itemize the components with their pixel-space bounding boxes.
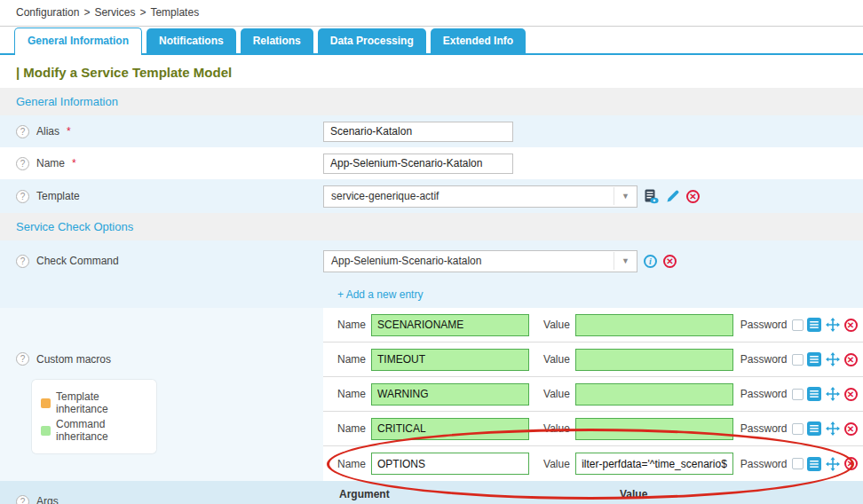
breadcrumb: Configuration>Services>Templates <box>0 0 863 27</box>
macro-name-input[interactable] <box>371 314 529 336</box>
template-inheritance-swatch <box>41 398 51 408</box>
section-general-information: General Information <box>0 88 863 115</box>
name-row: ? Name * <box>0 147 863 179</box>
password-checkbox[interactable] <box>792 389 804 400</box>
alias-input[interactable] <box>323 122 513 142</box>
macro-move-icon[interactable] <box>826 318 841 333</box>
help-icon[interactable]: ? <box>16 157 29 170</box>
legend-command-inheritance: Command inheritance <box>41 418 147 443</box>
args-label: Args <box>36 495 59 504</box>
macro-value-label: Value <box>543 353 570 366</box>
macro-row-timeout: Name Value Password ✕ <box>323 343 863 377</box>
macro-value-input[interactable] <box>575 418 733 440</box>
args-header-value: Value <box>620 488 647 500</box>
macro-password-label: Password <box>740 458 788 470</box>
required-asterisk: * <box>67 125 71 138</box>
help-icon[interactable]: ? <box>16 125 29 138</box>
add-new-entry-link[interactable]: + Add a new entry <box>337 288 423 301</box>
breadcrumb-item-services[interactable]: Services <box>94 6 135 19</box>
help-icon[interactable]: ? <box>16 495 29 504</box>
tab-extended-info[interactable]: Extended Info <box>431 28 526 53</box>
password-checkbox[interactable] <box>792 319 804 331</box>
macro-move-icon[interactable] <box>826 352 841 367</box>
macro-inheritance-legend: Template inheritance Command inheritance <box>32 380 156 453</box>
macro-move-icon[interactable] <box>826 456 841 471</box>
custom-macros-label: Custom macros <box>36 353 111 366</box>
macro-value-label: Value <box>543 422 570 435</box>
macro-password-label: Password <box>740 422 788 435</box>
macro-password-label: Password <box>740 319 788 331</box>
custom-macros-left: ? Custom macros Template inheritance Com… <box>0 308 323 481</box>
macro-move-icon[interactable] <box>826 387 841 402</box>
macro-value-input[interactable] <box>575 453 733 475</box>
macro-description-icon[interactable] <box>807 387 822 402</box>
breadcrumb-separator: > <box>139 6 146 19</box>
chevron-down-icon: ▼ <box>614 252 637 270</box>
page-title: | Modify a Service Template Model <box>0 55 863 88</box>
help-icon[interactable]: ? <box>16 255 29 268</box>
macro-name-label: Name <box>337 319 366 331</box>
macro-name-input[interactable] <box>371 349 529 371</box>
view-template-icon[interactable] <box>644 189 659 204</box>
tab-data-processing[interactable]: Data Processing <box>318 28 426 53</box>
help-icon[interactable]: ? <box>16 352 29 366</box>
legend-label: Template inheritance <box>56 390 147 415</box>
macro-name-input[interactable] <box>371 453 529 475</box>
legend-label: Command inheritance <box>56 418 147 443</box>
macro-delete-icon[interactable]: ✕ <box>844 457 858 470</box>
macro-row-critical: Name Value Password ✕ <box>323 412 863 446</box>
template-row: ? Template service-generique-actif ▼ ✕ <box>0 179 863 213</box>
template-label: Template <box>36 190 80 202</box>
clear-command-icon[interactable]: ✕ <box>663 255 677 268</box>
macro-name-label: Name <box>337 388 366 400</box>
macro-description-icon[interactable] <box>807 456 822 471</box>
macro-name-label: Name <box>337 422 366 435</box>
tab-relations[interactable]: Relations <box>241 28 313 53</box>
clear-template-icon[interactable]: ✕ <box>686 190 700 203</box>
chevron-down-icon: ▼ <box>614 187 637 205</box>
password-checkbox[interactable] <box>792 458 804 469</box>
macro-delete-icon[interactable]: ✕ <box>844 353 858 366</box>
macro-name-input[interactable] <box>371 418 529 440</box>
check-command-row: ? Check Command App-Selenium-Scenario-ka… <box>0 240 863 281</box>
required-asterisk: * <box>72 157 76 169</box>
breadcrumb-item-templates[interactable]: Templates <box>150 6 199 19</box>
macro-value-input[interactable] <box>575 383 733 406</box>
breadcrumb-item-configuration[interactable]: Configuration <box>16 6 79 19</box>
template-select[interactable]: service-generique-actif ▼ <box>323 185 637 208</box>
macro-description-icon[interactable] <box>807 421 822 437</box>
check-command-label: Check Command <box>36 255 119 267</box>
macro-name-input[interactable] <box>371 383 529 406</box>
password-checkbox[interactable] <box>792 423 804 435</box>
macro-value-label: Value <box>543 319 570 331</box>
command-info-icon[interactable]: i <box>644 255 657 268</box>
macro-password-label: Password <box>740 388 788 400</box>
macro-row-scenarioname: Name Value Password ✕ <box>323 308 863 343</box>
breadcrumb-separator: > <box>83 6 90 19</box>
macro-value-label: Value <box>543 458 570 470</box>
macro-value-input[interactable] <box>575 349 733 371</box>
macro-move-icon[interactable] <box>826 421 841 437</box>
macro-description-icon[interactable] <box>807 318 822 333</box>
tab-general-information[interactable]: General Information <box>14 28 142 55</box>
password-checkbox[interactable] <box>792 354 804 366</box>
macro-description-icon[interactable] <box>807 352 822 367</box>
tab-bar: General Information Notifications Relati… <box>0 27 863 55</box>
command-inheritance-swatch <box>41 426 51 436</box>
macro-row-options: Name Value Password ✕ <box>323 446 863 481</box>
macro-row-warning: Name Value Password ✕ <box>323 377 863 412</box>
custom-macros-row: ? Custom macros Template inheritance Com… <box>0 308 863 481</box>
help-icon[interactable]: ? <box>16 190 29 203</box>
macro-delete-icon[interactable]: ✕ <box>844 319 858 332</box>
macro-delete-icon[interactable]: ✕ <box>844 422 858 436</box>
name-label: Name <box>36 157 65 169</box>
macro-value-input[interactable] <box>575 314 733 336</box>
edit-template-icon[interactable] <box>665 189 680 204</box>
macro-delete-icon[interactable]: ✕ <box>844 388 858 401</box>
tab-notifications[interactable]: Notifications <box>146 28 236 53</box>
args-table: Argument Value <box>323 481 863 504</box>
legend-template-inheritance: Template inheritance <box>41 390 147 415</box>
name-input[interactable] <box>323 154 513 174</box>
check-command-select[interactable]: App-Selenium-Scenario-katalon ▼ <box>323 250 637 272</box>
macro-name-label: Name <box>337 353 366 366</box>
